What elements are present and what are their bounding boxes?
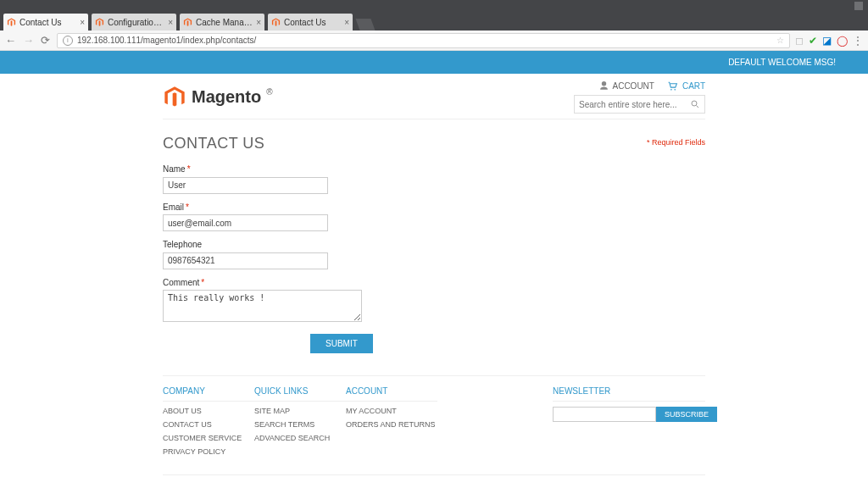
tab-title: Contact Us: [284, 18, 342, 27]
cart-icon: [666, 80, 679, 92]
footer-link[interactable]: PRIVACY POLICY: [163, 447, 254, 456]
page-title: CONTACT US: [163, 135, 705, 153]
required-star: *: [187, 164, 191, 174]
cart-link[interactable]: CART: [666, 80, 705, 92]
site-header: Magento ® ACCOUNT CART: [163, 74, 705, 119]
account-link[interactable]: ACCOUNT: [598, 80, 654, 92]
footer-link[interactable]: SEARCH TERMS: [254, 420, 346, 429]
extension-icon[interactable]: ◻: [795, 35, 804, 47]
cart-label: CART: [682, 81, 705, 91]
url-input[interactable]: i 192.168.100.111/magento1/index.php/con…: [57, 33, 790, 48]
close-icon[interactable]: ×: [168, 18, 173, 27]
subscribe-button[interactable]: SUBSCRIBE: [656, 407, 717, 422]
browser-tab-3[interactable]: Contact Us ×: [268, 14, 353, 31]
name-field[interactable]: [163, 177, 328, 194]
footer-link[interactable]: CUSTOMER SERVICE: [163, 434, 254, 442]
footer-link[interactable]: MY ACCOUNT: [346, 407, 437, 415]
site-info-icon[interactable]: i: [63, 36, 73, 46]
tab-title: Contact Us: [19, 18, 77, 27]
comment-label: Comment: [163, 278, 199, 287]
extension-icon[interactable]: ◪: [822, 35, 832, 47]
browser-tab-2[interactable]: Cache Management ×: [180, 14, 264, 31]
required-star: *: [201, 278, 204, 287]
extension-icon[interactable]: ✔: [809, 35, 817, 47]
footer-link[interactable]: CONTACT US: [163, 420, 254, 429]
telephone-label: Telephone: [163, 240, 202, 249]
required-fields-note: * Required Fields: [647, 138, 705, 147]
site-logo[interactable]: Magento ®: [163, 86, 273, 109]
welcome-text: DEFAULT WELCOME MSG!: [728, 58, 836, 67]
brand-name: Magento: [192, 87, 261, 107]
footer-link[interactable]: ORDERS AND RETURNS: [346, 420, 437, 429]
search-box[interactable]: [574, 95, 705, 114]
person-icon: [598, 80, 609, 92]
svg-point-1: [674, 89, 676, 91]
magento-logo-icon: [163, 86, 186, 109]
url-text: 192.168.100.111/magento1/index.php/conta…: [77, 36, 256, 45]
search-icon[interactable]: [690, 99, 700, 109]
email-label: Email: [163, 202, 184, 212]
close-icon[interactable]: ×: [256, 18, 261, 27]
welcome-bar: DEFAULT WELCOME MSG!: [0, 51, 868, 74]
magento-favicon-icon: [95, 18, 104, 27]
account-label: ACCOUNT: [613, 81, 654, 91]
telephone-field[interactable]: [163, 252, 328, 269]
chrome-menu-icon[interactable]: ⋮: [853, 35, 863, 47]
close-icon[interactable]: ×: [344, 18, 349, 27]
svg-point-0: [670, 89, 672, 91]
bookmark-star-icon[interactable]: ☆: [776, 36, 784, 45]
browser-tab-1[interactable]: Configuration / Sy ×: [92, 14, 176, 31]
submit-button[interactable]: SUBMIT: [310, 334, 373, 353]
magento-favicon-icon: [271, 18, 281, 27]
footer-heading-company: COMPANY: [163, 386, 254, 402]
tab-title: Configuration / Sy: [108, 18, 165, 27]
extension-icon[interactable]: ◯: [837, 35, 848, 47]
window-titlebar: [0, 0, 868, 12]
search-input[interactable]: [579, 100, 690, 109]
footer: COMPANY ABOUT US CONTACT US CUSTOMER SER…: [163, 386, 705, 461]
divider: [163, 375, 705, 376]
window-control[interactable]: [854, 2, 863, 10]
svg-point-2: [692, 101, 697, 106]
email-field[interactable]: [163, 214, 328, 231]
registered-mark: ®: [266, 87, 272, 97]
browser-tab-0[interactable]: Contact Us ×: [3, 14, 88, 31]
footer-heading-account: ACCOUNT: [346, 386, 437, 402]
required-star: *: [186, 202, 189, 212]
magento-favicon-icon: [183, 18, 192, 27]
browser-tabstrip: Contact Us × Configuration / Sy × Cache …: [0, 12, 868, 31]
close-icon[interactable]: ×: [80, 18, 85, 27]
footer-heading-quicklinks: QUICK LINKS: [254, 386, 346, 402]
divider: [163, 474, 705, 475]
back-button[interactable]: ←: [5, 34, 16, 47]
newsletter-input[interactable]: [553, 407, 656, 422]
magento-favicon-icon: [7, 18, 16, 27]
footer-link[interactable]: ABOUT US: [163, 407, 254, 415]
new-tab-button[interactable]: [355, 19, 375, 31]
footer-link[interactable]: ADVANCED SEARCH: [254, 434, 346, 442]
browser-addressbar: ← → ⟳ i 192.168.100.111/magento1/index.p…: [0, 31, 868, 51]
forward-button[interactable]: →: [23, 34, 34, 47]
reload-button[interactable]: ⟳: [41, 34, 50, 47]
name-label: Name: [163, 164, 186, 174]
footer-link[interactable]: SITE MAP: [254, 407, 346, 415]
comment-field[interactable]: [163, 290, 362, 322]
footer-heading-newsletter: NEWSLETTER: [553, 386, 705, 402]
tab-title: Cache Management: [196, 18, 253, 27]
